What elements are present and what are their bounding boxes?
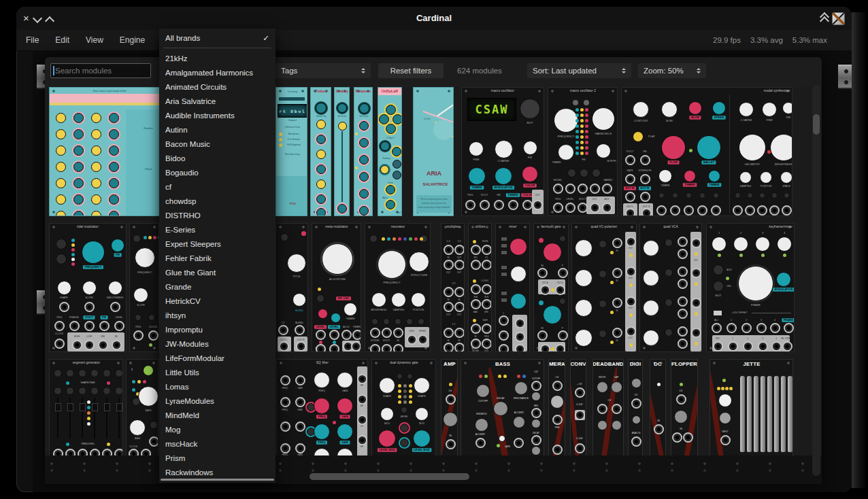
module-tile-conv[interactable]: CONV+ 5V0-10V0-10V [570, 359, 586, 455]
module-tile[interactable]: Notes Output Length Sample & HoldRondure… [49, 87, 170, 216]
module-tile-flopper[interactable]: FLOPPERCVIN [671, 359, 698, 455]
module-tile-mera[interactable]: MERACVPRE [548, 359, 565, 455]
led [629, 283, 633, 287]
brand-menu-item[interactable]: Impromptu [159, 322, 276, 337]
brand-menu-item[interactable]: Expert Sleepers [159, 237, 276, 251]
knob [280, 233, 288, 241]
zoom-select[interactable]: Zoom: 50% [638, 63, 706, 78]
knob [316, 294, 324, 303]
jack [357, 394, 367, 405]
module-tile[interactable]: 50 kHzARIASALVATRICEPrecision engineerin… [413, 87, 454, 216]
brand-menu-item[interactable]: DISTRHO [159, 208, 276, 222]
knob [567, 169, 576, 177]
shade-window-icon[interactable] [820, 13, 829, 24]
module-tile-macro-oscillator[interactable]: macro oscillatorCSAWEDITFINECOARSEFMTIMB… [461, 87, 544, 216]
module-tile-meta-modulator[interactable]: meta modulatorALGORITHMINT. OSCTIMBRELEV… [312, 223, 361, 352]
module-tile-quad-vca[interactable]: quad VCAOUT [639, 223, 702, 352]
menu-item-edit[interactable]: Edit [55, 35, 69, 45]
brand-menu-item[interactable]: Bogaudio [159, 165, 276, 179]
module-tile-grabby[interactable]: GrabbyExt Scale [334, 87, 350, 216]
module-title: multiples [446, 225, 459, 228]
dropdown-scrollbar[interactable] [161, 479, 274, 481]
knob [658, 192, 665, 199]
brand-menu-item[interactable]: Audible Instruments [159, 108, 276, 122]
module-tile-pokies[interactable]: PokiesGlobal Trig [310, 87, 331, 216]
menu-item-engine[interactable]: Engine [120, 35, 145, 45]
menu-item-file[interactable]: File [26, 35, 39, 45]
brand-menu-item[interactable]: Little Utils [159, 365, 276, 379]
brand-menu-item[interactable]: mscHack [159, 436, 276, 451]
brand-menu-item[interactable]: Bacon Music [159, 137, 276, 151]
brand-menu-item[interactable]: E-Series [159, 222, 276, 237]
brand-menu-item[interactable]: Prism [159, 451, 276, 465]
brand-menu-item[interactable]: LyraeModules [159, 394, 276, 408]
module-tile-undular[interactable]: UnDuLaRX Step YPaddingZoomAlphaTrail [378, 87, 402, 216]
module-tile-dual-dynamics-gate[interactable]: dual dynamics gateSHAPESHAPEMETERMODMODL… [371, 359, 436, 455]
vertical-scrollbar[interactable] [812, 85, 820, 476]
module-label: SHAPE [383, 395, 391, 398]
module-label: ACCENT [475, 433, 485, 436]
brand-menu-item[interactable]: chowdsp [159, 194, 276, 208]
jack [743, 341, 753, 351]
vertical-scrollbar-thumb[interactable] [813, 114, 820, 135]
module-tile-dc[interactable]: DCIN [650, 359, 666, 455]
menu-item-view[interactable]: View [86, 35, 103, 45]
module-tile[interactable]: l (h wrong)rt ObolDepartly External Scal… [276, 87, 307, 216]
brand-menu-item[interactable]: LifeFormModular [159, 351, 276, 365]
module-tile-utilities[interactable]: utilitiesSIGNINV1/1LOGICIN AIN BMAXMINS&… [468, 223, 492, 352]
module-label: Zoom [388, 182, 393, 184]
brand-menu-item-all[interactable]: All brands ✓ [159, 31, 276, 45]
brand-menu-item[interactable]: HetrickCV [159, 294, 276, 308]
sort-select[interactable]: Sort: Last updated [527, 63, 631, 78]
close-icon[interactable]: × [23, 13, 29, 23]
app-icon[interactable] [832, 12, 845, 25]
brand-menu-item[interactable]: ihtsyn [159, 308, 276, 322]
search-input[interactable] [50, 63, 151, 78]
module-tile-modal-synthesizer[interactable]: modal synthesizerCONTOURBOWBLOWSTRIKEPLA… [621, 87, 792, 216]
led [657, 383, 661, 386]
module-tile-digi[interactable]: DIGICVANALOG [628, 359, 643, 455]
brand-menu-item[interactable]: Bidoo [159, 151, 276, 165]
brand-menu-item[interactable]: Mog [159, 422, 276, 436]
module-label: MORPH [607, 160, 616, 162]
brand-menu-item[interactable]: MindMeld [159, 408, 276, 422]
brand-menu-item[interactable]: Animated Circuits [159, 80, 276, 94]
module-tile-segment-generator[interactable]: segment generatorSHAPE/TIMETIME/LEVELGAT… [49, 359, 123, 455]
brand-menu-item[interactable]: Grande [159, 279, 276, 294]
brand-menu-item[interactable]: cf [159, 179, 276, 194]
module-tile-deadband[interactable]: DEADBANDWIDTHGAPCV [592, 359, 624, 455]
module-tile-mixer[interactable]: mixer1 [495, 223, 530, 352]
brand-menu-item[interactable]: JW-Modules [159, 337, 276, 351]
module-tile-resonator[interactable]: resonatorFREQUENCYSTRUCTUREBRIGHTNESSDAM… [365, 223, 431, 352]
brand-menu-item[interactable]: Autinn [159, 122, 276, 137]
reset-filters-button[interactable]: Reset filters [378, 63, 444, 78]
brand-menu-item[interactable]: Aria Salvatrice [159, 94, 276, 108]
module-tile[interactable]: tRATEBIASCLOCK [126, 359, 158, 455]
brand-menu-item[interactable]: 21kHz [159, 51, 276, 65]
module-tile-keyframer-mixer[interactable]: keyframer/mixer1234ADDDELEDITFRAMEMODULA… [706, 223, 795, 352]
module-label: ODD [409, 330, 414, 332]
module-tile-bernoulli-gate[interactable]: bernoulli gateINPOUT AOUT BINP [533, 223, 569, 352]
module-tile-jette[interactable]: JETTEINPUT [710, 359, 793, 455]
brand-menu-item[interactable]: Fehler Fabrik [159, 251, 276, 265]
module-label: FM [497, 194, 500, 196]
brand-menu-item[interactable]: Lomas [159, 379, 276, 394]
module-tile[interactable]: FREQUENCYSLOPETRIGCLOCK [129, 223, 159, 352]
brand-menu-item[interactable]: Amalgamated Harmonics [159, 65, 276, 80]
module-tile-tidal-modulator[interactable]: tidal modulatorFREQUENCYFMSHAPESLOPESMOO… [49, 223, 127, 352]
module-tile-eq-filter[interactable]: EQ filterFREQ.GAINFREQGAINFREQ.GAINFREQG… [276, 359, 368, 455]
module-tile-rotatoes[interactable]: RotatoesExt Scale [354, 87, 373, 216]
module-tile-bass[interactable]: BASSCUTOFFRESONANCEDECAYENVMODACCENTACCE… [461, 359, 544, 455]
module-title: JETTE [743, 361, 760, 366]
tags-select[interactable]: Tags [276, 63, 371, 78]
brand-menu-item[interactable]: Rackwindows [159, 465, 276, 479]
module-tile-macro-oscillator-2[interactable]: macro oscillator 2FREQUENCYHARMONICSTIMB… [548, 87, 618, 216]
module-tile[interactable]: PITCHBLENDCTBLENDOUT LOUT R [276, 223, 308, 352]
module-label: CONTOUR [634, 120, 648, 123]
module-tile-amp[interactable]: AMPCVIN [441, 359, 458, 455]
horizontal-scrollbar-thumb[interactable] [310, 473, 469, 480]
module-tile-quad-vc-polarizer[interactable]: quad VC-polarizerINOUTINOUTINOUTINOUT [571, 223, 637, 352]
module-tile-multiples[interactable]: multiples1:31:3INOUTOUTOUT2:2ININOUTOUT1… [441, 223, 465, 352]
module-label: OUT [694, 260, 698, 262]
brand-menu-item[interactable]: Glue the Giant [159, 265, 276, 279]
